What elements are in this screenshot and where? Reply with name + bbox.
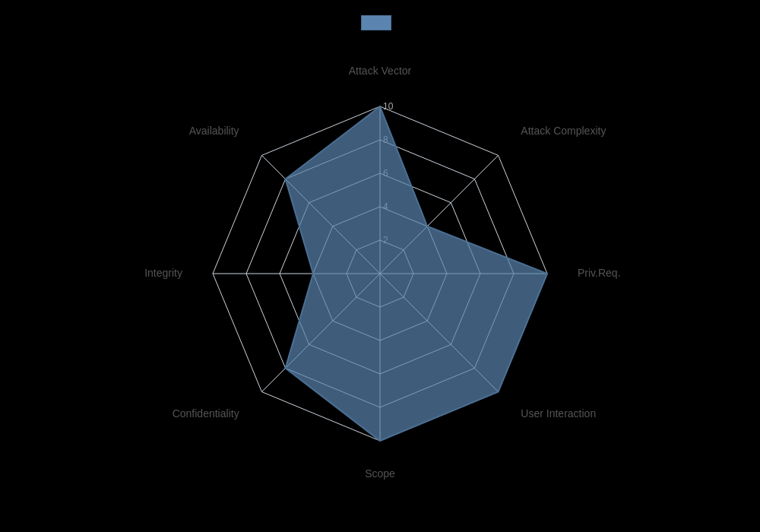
svg-text:Scope: Scope	[365, 467, 395, 480]
svg-text:Priv.Req.: Priv.Req.	[578, 267, 621, 279]
svg-text:Integrity: Integrity	[144, 267, 182, 279]
svg-text:Attack Vector: Attack Vector	[349, 65, 412, 77]
legend-color-box	[361, 15, 391, 30]
svg-text:User Interaction: User Interaction	[521, 407, 596, 420]
svg-text:Availability: Availability	[189, 125, 239, 137]
svg-marker-18	[286, 106, 547, 441]
svg-text:10: 10	[383, 101, 394, 112]
chart-legend	[361, 15, 399, 30]
svg-text:Confidentiality: Confidentiality	[173, 407, 239, 420]
chart-container: 246810Attack VectorAttack ComplexityPriv…	[0, 0, 760, 532]
svg-text:Attack Complexity: Attack Complexity	[521, 125, 606, 137]
radar-chart-svg: 246810Attack VectorAttack ComplexityPriv…	[84, 23, 676, 509]
